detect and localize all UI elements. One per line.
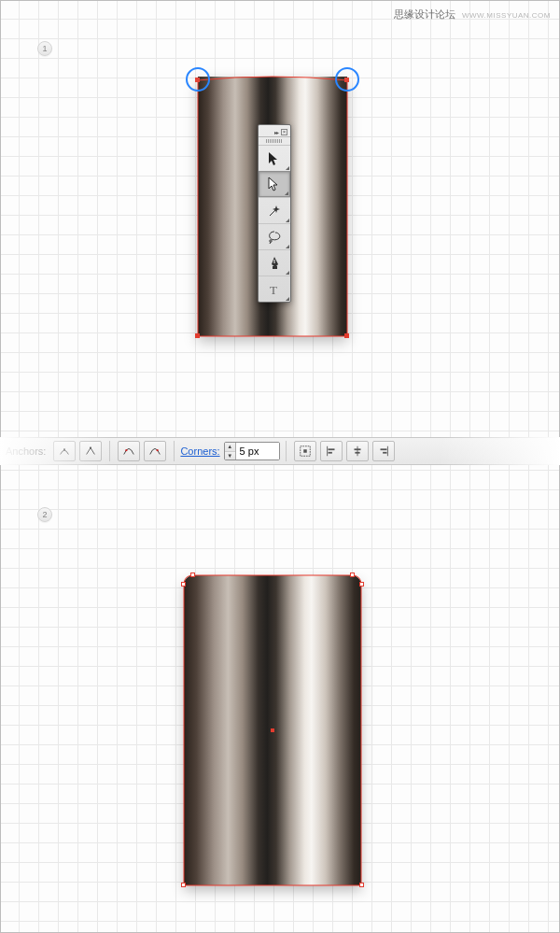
lasso-tool[interactable] <box>259 223 290 249</box>
selection-tool-icon <box>267 151 282 166</box>
magic-wand-tool-icon <box>267 204 282 219</box>
highlight-circle <box>186 67 210 92</box>
anchor-point[interactable] <box>350 573 355 577</box>
svg-point-6 <box>157 449 159 451</box>
direct-selection-tool[interactable] <box>259 171 290 197</box>
convert-corner-icon <box>84 445 97 458</box>
corners-stepper[interactable]: ▲ ▼ <box>224 442 280 460</box>
handle-icon <box>122 445 135 458</box>
handle-button-2[interactable] <box>144 441 166 461</box>
watermark-cn: 思缘设计论坛 <box>394 8 455 20</box>
align-button-2[interactable] <box>320 441 343 461</box>
svg-rect-9 <box>328 448 334 450</box>
align-button-4[interactable] <box>372 441 395 461</box>
anchors-label: Anchors: <box>6 445 46 457</box>
type-tool-icon: T <box>267 282 282 297</box>
anchor-point[interactable] <box>190 573 195 577</box>
center-point[interactable] <box>271 728 274 732</box>
handle-icon <box>148 445 161 458</box>
magic-wand-tool[interactable] <box>259 197 290 223</box>
anchor-point[interactable] <box>359 883 364 887</box>
stepper-up-icon[interactable]: ▲ <box>225 443 235 452</box>
selection-tool[interactable] <box>259 145 290 171</box>
anchor-point[interactable] <box>359 582 364 587</box>
align-button-1[interactable] <box>294 441 316 461</box>
step-badge-2: 2 <box>37 507 52 522</box>
panel-header[interactable]: ▸▸ × <box>259 125 290 137</box>
close-icon[interactable]: × <box>281 129 287 135</box>
svg-rect-12 <box>355 452 359 454</box>
align-right-icon <box>377 445 390 458</box>
svg-rect-13 <box>380 448 386 450</box>
svg-rect-1 <box>273 266 277 269</box>
svg-point-0 <box>270 239 272 241</box>
step-badge-1: 1 <box>37 41 52 56</box>
collapse-icon[interactable]: ▸▸ <box>274 129 278 135</box>
anchor-point[interactable] <box>181 883 186 887</box>
anchor-point[interactable] <box>195 333 200 338</box>
corners-input[interactable] <box>236 443 279 459</box>
anchor-point[interactable] <box>181 582 186 587</box>
bounding-icon <box>299 445 312 458</box>
pen-tool-icon <box>267 256 282 271</box>
highlight-circle <box>335 67 359 92</box>
lasso-tool-icon <box>267 230 282 245</box>
tools-panel[interactable]: ▸▸ × T <box>258 124 291 303</box>
type-tool[interactable]: T <box>259 276 290 302</box>
options-bar: Anchors: Corners: ▲ ▼ <box>0 437 560 465</box>
convert-anchor-button[interactable] <box>53 441 76 461</box>
svg-rect-8 <box>303 449 307 453</box>
svg-text:T: T <box>270 283 277 297</box>
align-center-icon <box>351 445 364 458</box>
align-left-icon <box>325 445 338 458</box>
corners-label[interactable]: Corners: <box>180 445 219 457</box>
convert-corner-button[interactable] <box>79 441 102 461</box>
svg-rect-14 <box>383 452 386 454</box>
svg-rect-4 <box>91 447 92 449</box>
stepper-down-icon[interactable]: ▼ <box>225 452 235 460</box>
svg-rect-10 <box>328 452 331 454</box>
pen-tool[interactable] <box>259 249 290 276</box>
anchor-point[interactable] <box>344 333 349 338</box>
panel-grip[interactable] <box>259 137 290 145</box>
convert-anchor-icon <box>58 445 71 458</box>
handle-button-1[interactable] <box>118 441 140 461</box>
align-button-3[interactable] <box>346 441 369 461</box>
direct-selection-tool-icon <box>267 177 282 191</box>
svg-rect-3 <box>64 448 66 450</box>
watermark: 思缘设计论坛 WWW.MISSYUAN.COM <box>394 7 551 21</box>
watermark-en: WWW.MISSYUAN.COM <box>462 11 551 20</box>
svg-point-5 <box>126 449 128 451</box>
svg-rect-11 <box>354 448 360 450</box>
